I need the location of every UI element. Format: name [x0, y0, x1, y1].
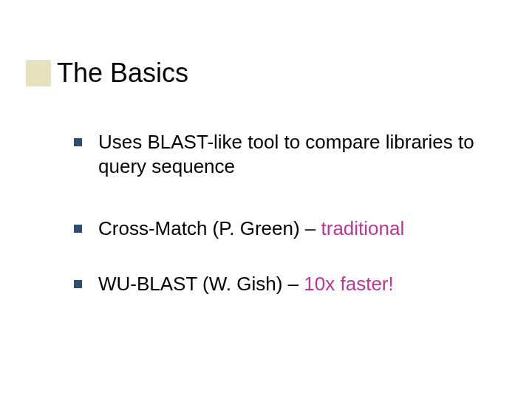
bullet-item: Cross-Match (P. Green) – traditional: [74, 216, 488, 241]
bullet-item: WU-BLAST (W. Gish) – 10x faster!: [74, 272, 488, 296]
bullet-text: Uses BLAST-like tool to compare librarie…: [98, 130, 488, 180]
square-bullet-icon: [74, 138, 82, 146]
slide-title: The Basics: [57, 58, 188, 89]
bullet-text: WU-BLAST (W. Gish) – 10x faster!: [98, 272, 394, 296]
bullet-text-highlight: 10x faster!: [304, 273, 393, 295]
square-bullet-icon: [74, 280, 82, 288]
bullet-text-highlight: traditional: [321, 217, 405, 239]
bullet-item: Uses BLAST-like tool to compare librarie…: [74, 130, 488, 180]
slide: The Basics Uses BLAST-like tool to compa…: [0, 0, 532, 399]
content-area: Uses BLAST-like tool to compare librarie…: [74, 130, 488, 327]
square-bullet-icon: [74, 225, 82, 233]
bullet-text-pre: WU-BLAST (W. Gish) –: [98, 273, 304, 295]
bullet-text-pre: Cross-Match (P. Green) –: [98, 217, 321, 239]
title-accent-block: [26, 60, 51, 86]
bullet-text: Cross-Match (P. Green) – traditional: [98, 216, 404, 241]
bullet-text-pre: Uses BLAST-like tool to compare librarie…: [98, 131, 474, 177]
title-row: The Basics: [26, 58, 188, 89]
